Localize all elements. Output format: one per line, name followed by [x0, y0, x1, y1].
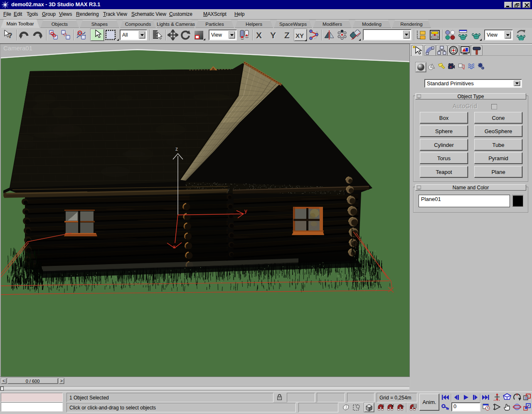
svg-text:Z: Z	[284, 30, 290, 40]
svg-text:XY: XY	[296, 32, 304, 39]
svg-text:y: y	[244, 208, 247, 214]
svg-text:z: z	[175, 146, 178, 152]
svg-text:Camera01: Camera01	[3, 45, 32, 52]
svg-text:3: 3	[382, 404, 384, 408]
svg-text:Y: Y	[270, 30, 276, 40]
svg-text:X: X	[256, 30, 262, 40]
svg-text:%: %	[401, 404, 404, 408]
svg-text:x: x	[173, 244, 175, 250]
svg-text:?: ?	[8, 32, 12, 40]
